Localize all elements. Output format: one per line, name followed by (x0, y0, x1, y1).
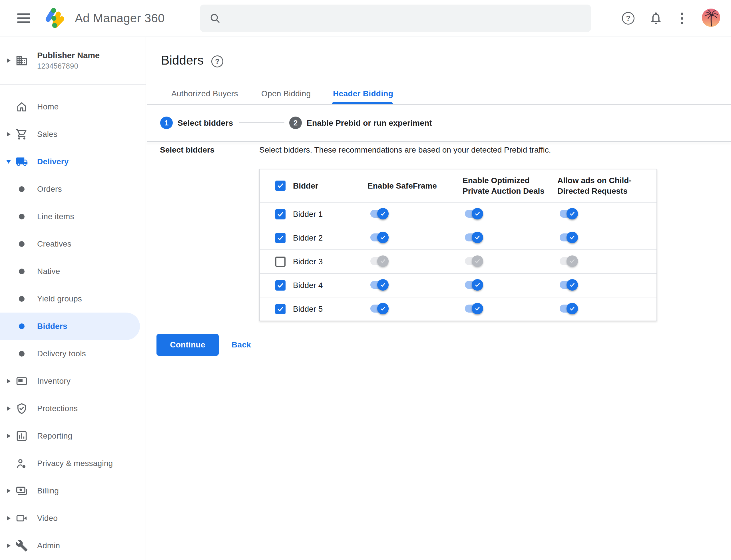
help-icon[interactable]: ? (622, 12, 634, 25)
table-row-bidder-1: Bidder 1 (260, 202, 656, 226)
notifications-bell-icon[interactable] (649, 11, 663, 25)
toggle-optimized-deals-bidder-4[interactable] (465, 279, 484, 291)
sidebar-item-label: Bidders (37, 322, 67, 331)
toggle-child-directed-bidder-1[interactable] (560, 208, 578, 219)
checkbox-bidder-5[interactable] (275, 304, 286, 314)
toggle-optimized-deals-bidder-2[interactable] (465, 232, 484, 243)
step-2-circle: 2 (289, 117, 302, 129)
checkbox-bidder-1[interactable] (275, 209, 286, 219)
table-row-bidder-2: Bidder 2 (260, 226, 656, 249)
toggle-child-directed-bidder-4[interactable] (560, 279, 578, 291)
toggle-thumb (566, 303, 578, 314)
shield-check-icon (15, 402, 28, 415)
sidebar-item-inventory[interactable]: Inventory (0, 367, 146, 395)
toggle-thumb (566, 208, 578, 219)
truck-icon (15, 155, 28, 168)
expand-arrow-icon[interactable] (7, 58, 11, 63)
column-header-optimized: Enable Optimized Private Auction Deals (462, 175, 557, 196)
sidebar-item-reporting[interactable]: Reporting (0, 422, 146, 450)
sidebar-item-label: Delivery (37, 157, 69, 166)
toggle-safeframe-bidder-5[interactable] (370, 303, 389, 314)
toggle-child-directed-bidder-3[interactable] (560, 255, 578, 267)
toggle-safeframe-bidder-4[interactable] (370, 279, 389, 291)
expand-arrow-icon[interactable] (7, 434, 11, 438)
sidebar-item-label: Sales (37, 130, 57, 139)
sidebar-item-privacy-messaging[interactable]: Privacy & messaging (0, 450, 146, 477)
checkbox-bidder-4[interactable] (275, 280, 286, 291)
sidebar-item-protections[interactable]: Protections (0, 395, 146, 422)
sidebar-item-label: Privacy & messaging (37, 459, 113, 468)
expand-arrow-icon[interactable] (7, 406, 11, 411)
expand-arrow-icon[interactable] (7, 516, 11, 521)
bullet-icon (19, 351, 25, 357)
expand-arrow-icon[interactable] (7, 489, 11, 493)
checkbox-bidder-3[interactable] (275, 257, 286, 267)
sidebar-item-label: Protections (37, 404, 78, 413)
stepper-connector (239, 122, 285, 123)
menu-icon[interactable] (17, 13, 30, 23)
sidebar-item-home[interactable]: Home (0, 93, 146, 121)
toggle-safeframe-bidder-2[interactable] (370, 232, 389, 243)
checkbox-bidder-2[interactable] (275, 233, 286, 243)
back-button[interactable]: Back (232, 334, 251, 356)
person-privacy-icon (15, 457, 28, 470)
bidder-name: Bidder 4 (293, 281, 323, 290)
sidebar-item-label: Creatives (37, 239, 71, 249)
sidebar-item-video[interactable]: Video (0, 505, 146, 532)
sidebar-item-admin[interactable]: Admin (0, 532, 146, 559)
sidebar-item-delivery[interactable]: Delivery (0, 148, 146, 175)
tab-header-bidding[interactable]: Header Bidding (333, 89, 393, 98)
tab-open-bidding[interactable]: Open Bidding (261, 89, 311, 98)
step-1-circle: 1 (160, 117, 173, 129)
toggle-safeframe-bidder-3[interactable] (370, 255, 389, 267)
building-icon (15, 54, 28, 67)
search-input[interactable] (228, 13, 572, 23)
sidebar-item-bidders[interactable]: Bidders (0, 313, 140, 340)
publisher-id: 1234567890 (37, 62, 100, 70)
toggle-optimized-deals-bidder-1[interactable] (465, 208, 484, 219)
bar-chart-icon (15, 430, 28, 442)
publisher-switcher[interactable]: Publisher Name 1234567890 (0, 37, 146, 85)
continue-button[interactable]: Continue (157, 334, 219, 356)
sidebar-item-line-items[interactable]: Line items (0, 203, 146, 230)
toggle-safeframe-bidder-1[interactable] (370, 208, 389, 219)
select-all-checkbox[interactable] (275, 181, 286, 191)
expand-arrow-icon[interactable] (7, 543, 11, 548)
avatar[interactable] (702, 9, 720, 27)
sidebar-nav: HomeSalesDeliveryOrdersLine itemsCreativ… (0, 85, 146, 559)
toggle-thumb (472, 303, 483, 314)
overflow-menu-icon[interactable] (681, 13, 684, 26)
collapse-arrow-icon[interactable] (6, 160, 11, 164)
toggle-child-directed-bidder-5[interactable] (560, 303, 578, 314)
tab-authorized-buyers[interactable]: Authorized Buyers (171, 89, 238, 98)
search-bar[interactable] (200, 5, 591, 32)
sidebar-item-orders[interactable]: Orders (0, 175, 146, 203)
publisher-name: Publisher Name (37, 51, 100, 60)
cart-icon (15, 128, 28, 141)
bidder-name: Bidder 5 (293, 305, 323, 314)
sidebar-item-label: Delivery tools (37, 349, 86, 358)
table-row-bidder-3: Bidder 3 (260, 249, 656, 273)
step-1-label: Select bidders (178, 119, 233, 128)
expand-arrow-icon[interactable] (7, 132, 11, 137)
toggle-thumb (472, 279, 483, 291)
sidebar-item-sales[interactable]: Sales (0, 121, 146, 148)
expand-arrow-icon[interactable] (7, 379, 11, 383)
sidebar-item-yield-groups[interactable]: Yield groups (0, 285, 146, 313)
sidebar-item-billing[interactable]: Billing (0, 477, 146, 505)
bullet-icon (19, 269, 25, 274)
bidder-name: Bidder 2 (293, 233, 323, 243)
toggle-thumb (377, 232, 388, 243)
page-help-icon[interactable]: ? (211, 55, 223, 67)
toggle-thumb (472, 208, 483, 219)
toggle-child-directed-bidder-2[interactable] (560, 232, 578, 243)
app-header: Ad Manager 360 ? (0, 0, 731, 37)
main-content: Bidders ? Authorized Buyers Open Bidding… (147, 37, 731, 560)
toggle-optimized-deals-bidder-3[interactable] (465, 255, 484, 267)
toggle-optimized-deals-bidder-5[interactable] (465, 303, 484, 314)
sidebar-item-creatives[interactable]: Creatives (0, 230, 146, 258)
palm-tree-image (702, 9, 720, 27)
column-header-child-directed: Allow ads on Child-Directed Requests (557, 175, 650, 196)
sidebar-item-native[interactable]: Native (0, 258, 146, 285)
sidebar-item-delivery-tools[interactable]: Delivery tools (0, 340, 146, 367)
